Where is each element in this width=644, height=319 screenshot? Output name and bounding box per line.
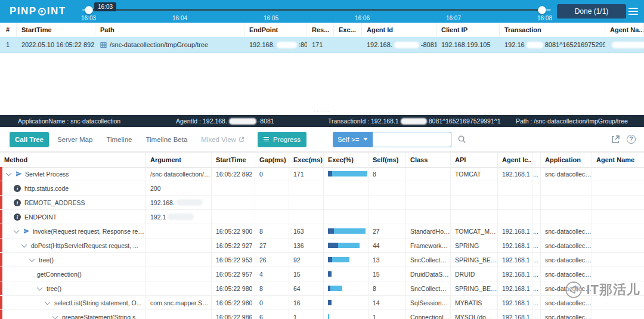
txn-column-header[interactable]: Exc...: [334, 23, 362, 37]
calltree-row[interactable]: ihttp.status.code200: [0, 181, 644, 196]
cell-text: 1: [373, 314, 376, 319]
exec-percent-cell: [324, 224, 369, 238]
top-header: PINP INT 16:03 16:0316:0416:0516:0616:07…: [0, 0, 644, 23]
calltree-column-header[interactable]: Agent Ic...: [498, 153, 532, 167]
method-cell: tree(): [0, 253, 146, 267]
timeline-right-handle[interactable]: [538, 6, 546, 14]
help-icon[interactable]: ?: [627, 135, 636, 144]
class-cell: [406, 181, 451, 195]
pinpoint-logo[interactable]: PINP INT: [10, 5, 66, 17]
chevron-down-icon[interactable]: [29, 256, 35, 262]
calltree-row[interactable]: selectList(String statement, O...com.snc…: [0, 296, 644, 310]
starttime-cell: 16:05:22 980: [212, 296, 255, 309]
cell-text: 16:05:22 980: [216, 285, 252, 292]
cell-text: 8: [373, 171, 376, 178]
txn-column-header[interactable]: Res...: [307, 23, 334, 37]
send-icon: [16, 171, 22, 177]
api-cell: TOMCAT_MET...: [451, 224, 498, 238]
send-icon-wrap: [16, 171, 22, 177]
done-button[interactable]: Done (1/1): [557, 4, 626, 18]
calltree-row[interactable]: tree()16:05:22 9808648SncCollectTmp...SP…: [0, 281, 644, 296]
chevron-down-icon[interactable]: [52, 313, 58, 319]
calltree-column-header[interactable]: Self(ms): [369, 153, 406, 167]
calltree-header-row: MethodArgumentStartTimeGap(ms)Exec(ms)Ex…: [0, 152, 644, 168]
calltree-column-header[interactable]: Method: [0, 153, 146, 167]
menu-icon[interactable]: [628, 8, 639, 15]
calltree-row[interactable]: getConnection()16:05:22 95741515DruidDat…: [0, 267, 644, 281]
calltree-column-header[interactable]: Argument: [146, 153, 212, 167]
calltree-column-header[interactable]: Exec(%): [324, 153, 369, 167]
external-link-icon: [239, 137, 244, 143]
cell-text: 27: [373, 228, 380, 235]
exec-percent-cell: [324, 281, 369, 295]
cell-text: 26: [259, 256, 267, 264]
hamburger-bars-icon: [628, 11, 638, 12]
tab-call-tree[interactable]: Call Tree: [10, 132, 49, 147]
tab-timeline-beta[interactable]: Timeline Beta: [140, 132, 193, 147]
calltree-column-header[interactable]: Application: [541, 153, 592, 167]
txn-column-header[interactable]: Agent Na...: [605, 23, 644, 37]
calltree-row[interactable]: Servlet Process/snc-datacollection/tmpGr…: [0, 167, 644, 181]
chevron-down-icon[interactable]: [14, 227, 20, 233]
api-cell: DRUID: [451, 267, 498, 281]
exec-percent-cell: [324, 239, 369, 252]
application-cell: snc-datacollect...: [541, 296, 592, 309]
progress-button[interactable]: Progress: [258, 132, 306, 147]
txn-column-header[interactable]: Path: [95, 23, 244, 37]
calltree-column-header[interactable]: StartTime: [212, 153, 255, 167]
cell-text: DruidDataSour...: [410, 271, 450, 278]
tab-timeline[interactable]: Timeline: [101, 132, 137, 147]
timeline-selected-range[interactable]: [88, 9, 541, 11]
method-cell: iENDPOINT: [0, 210, 146, 224]
exec-cell: 64: [289, 281, 324, 295]
calltree-column-header[interactable]: Gap(ms): [255, 153, 289, 167]
chevron-down-icon[interactable]: [21, 241, 27, 247]
argument-label: /snc-datacollection/tmpGro...: [150, 171, 211, 178]
search-icon[interactable]: [457, 135, 466, 144]
time-tick-label: 16:05: [264, 15, 278, 21]
agent-id-overflow-cell: [532, 210, 541, 224]
info-icon: i: [14, 199, 21, 206]
class-cell: DruidDataSour...: [406, 267, 451, 281]
transaction-row[interactable]: 1 2022.05.10 16:05:22 892 /snc-datacolle…: [0, 37, 644, 53]
gap-cell: 0: [255, 167, 289, 181]
filter-input[interactable]: [373, 132, 451, 147]
calltree-column-header[interactable]: Agent Name: [592, 153, 644, 167]
txn-column-header[interactable]: Client IP: [436, 23, 500, 37]
cell-text: ...: [533, 299, 538, 306]
cell-text: 0: [259, 171, 263, 178]
chevron-down-icon[interactable]: [45, 299, 51, 305]
pinpoint-app: PINP INT 16:03 16:0316:0416:0516:0616:07…: [0, 0, 644, 319]
calltree-row[interactable]: invoke(Request request, Response resp...…: [0, 224, 644, 239]
calltree-row[interactable]: prepareStatement(String s...16:05:22 986…: [0, 310, 644, 319]
txn-column-header[interactable]: Agent Id: [362, 23, 436, 37]
calltree-column-header[interactable]: API: [451, 153, 498, 167]
agent-id-cell: 192.168.1: [498, 281, 532, 295]
txn-column-header[interactable]: #: [0, 23, 17, 37]
chevron-down-icon[interactable]: [37, 284, 43, 290]
calltree-row[interactable]: iREMOTE_ADDRESS192.168.: [0, 196, 644, 210]
calltree-column-header[interactable]: Exec(ms): [289, 153, 324, 167]
calltree-column-header[interactable]: Class: [406, 153, 451, 167]
calltree-row[interactable]: doPost(HttpServletRequest request, ...16…: [0, 239, 644, 253]
cell-text: 15: [373, 271, 380, 278]
calltree-row[interactable]: tree()16:05:22 953269213SncCollectTmp...…: [0, 253, 644, 267]
agent-id-overflow-cell: ...: [532, 167, 541, 181]
exec-bar: [328, 271, 332, 277]
filter-type-select[interactable]: Self >=: [333, 132, 373, 147]
tab-mixed-view[interactable]: Mixed View: [196, 132, 250, 147]
txn-column-header[interactable]: Transaction: [500, 23, 605, 37]
timeline-left-handle[interactable]: [85, 6, 93, 14]
txn-column-header[interactable]: EndPoint: [244, 23, 307, 37]
panel-resize-handle[interactable]: ......: [0, 107, 644, 113]
txn-column-header[interactable]: StartTime: [17, 23, 95, 37]
chevron-down-icon[interactable]: [6, 170, 12, 176]
calltree-column-header[interactable]: [532, 153, 541, 167]
cell-text: 192.168.1: [502, 285, 530, 292]
tab-server-map[interactable]: Server Map: [52, 132, 98, 147]
self-cell: 8: [369, 281, 406, 295]
open-in-new-icon[interactable]: [611, 135, 620, 144]
cell-text: snc-datacollect...: [545, 171, 592, 178]
exec-cell: 136: [289, 239, 324, 252]
calltree-row[interactable]: iENDPOINT192.1: [0, 210, 644, 224]
